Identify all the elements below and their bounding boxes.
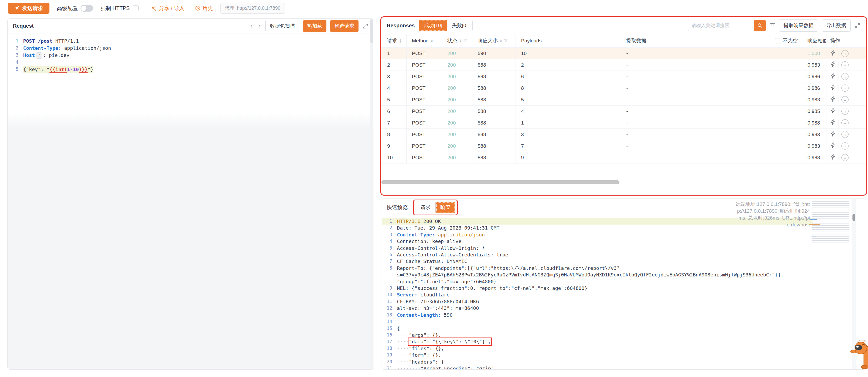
lightning-action-button[interactable] bbox=[830, 50, 836, 57]
extract-response-data-button[interactable]: 提取响应数据 bbox=[779, 20, 818, 32]
fullscreen-icon[interactable] bbox=[854, 22, 861, 29]
col-payloads[interactable]: Payloads bbox=[516, 34, 621, 48]
table-cell: POST bbox=[407, 82, 442, 94]
search-input[interactable] bbox=[688, 20, 754, 31]
table-row[interactable]: 10POST2005889-0.988→ bbox=[381, 152, 866, 164]
col-extract[interactable]: 提取数据 不为空 bbox=[621, 34, 805, 48]
lightning-action-button[interactable] bbox=[830, 154, 836, 161]
advanced-config-label: 高级配置 bbox=[57, 5, 78, 12]
table-row[interactable]: 9POST2005887-0.983→ bbox=[381, 140, 866, 152]
table-cell: 200 bbox=[442, 82, 472, 94]
table-cell: - bbox=[621, 140, 805, 152]
responses-table-body: 1POST20059010-1.000→2POST2005882-0.983→3… bbox=[381, 48, 866, 164]
search-button[interactable] bbox=[754, 20, 766, 31]
export-data-button[interactable]: 导出数据 bbox=[822, 20, 850, 32]
fullscreen-icon[interactable] bbox=[362, 23, 369, 29]
force-https-label: 强制 HTTPS bbox=[100, 5, 130, 12]
send-request-button[interactable]: 发送请求 bbox=[8, 3, 50, 14]
lightning-action-button[interactable] bbox=[830, 61, 836, 68]
table-cell: 1.000 bbox=[805, 48, 827, 59]
table-row[interactable]: 4POST2005888-0.986→ bbox=[381, 82, 866, 94]
lightning-action-button[interactable] bbox=[830, 142, 836, 149]
table-row[interactable]: 2POST2005882-0.983→ bbox=[381, 59, 866, 71]
code-line: 15{ bbox=[382, 325, 812, 332]
horizontal-scrollbar-thumb[interactable] bbox=[381, 180, 619, 184]
request-scrollbar[interactable] bbox=[370, 19, 373, 369]
filter-funnel-icon[interactable] bbox=[504, 39, 508, 42]
code-line: 19····"form": {}, bbox=[382, 352, 812, 358]
actions-cell: → bbox=[827, 106, 866, 117]
scrollbar-thumb[interactable] bbox=[852, 214, 855, 221]
sort-icon[interactable]: ▲▼ bbox=[399, 39, 402, 43]
tab-fail[interactable]: 失败[0] bbox=[447, 20, 472, 31]
col-status[interactable]: 状态▲▼ bbox=[442, 34, 472, 48]
code-text: Server: cloudflare bbox=[397, 291, 450, 298]
table-row[interactable]: 3POST2005886-0.986→ bbox=[381, 71, 866, 82]
packet-scan-button[interactable]: 数据包扫描 bbox=[266, 20, 299, 32]
sort-icon[interactable]: ▲▼ bbox=[460, 39, 462, 43]
next-chevron-icon[interactable]: › bbox=[257, 22, 262, 30]
code-line: 2Content-Type: application/json bbox=[8, 45, 373, 52]
sort-icon[interactable]: ▲▼ bbox=[431, 39, 433, 43]
lightning-action-button[interactable] bbox=[830, 96, 836, 103]
open-response-button[interactable]: → bbox=[841, 85, 848, 92]
not-empty-label: 不为空 bbox=[783, 37, 798, 44]
prev-chevron-icon[interactable]: ‹ bbox=[249, 22, 254, 30]
open-response-button[interactable]: → bbox=[841, 119, 848, 126]
open-response-button[interactable]: → bbox=[841, 108, 848, 115]
line-number: 12 bbox=[382, 305, 397, 312]
response-editor[interactable]: 1HTTP/1.1 200 OK2Date: Tue, 29 Aug 2023 … bbox=[382, 216, 866, 369]
lightning-action-button[interactable] bbox=[830, 108, 836, 115]
open-response-button[interactable]: → bbox=[841, 61, 848, 68]
open-response-button[interactable]: → bbox=[841, 142, 848, 149]
open-response-button[interactable]: → bbox=[841, 50, 848, 57]
table-row[interactable]: 1POST20059010-1.000→ bbox=[381, 48, 866, 59]
divider bbox=[145, 4, 145, 12]
table-row[interactable]: 8POST2005883-0.983→ bbox=[381, 129, 866, 140]
filter-funnel-icon[interactable] bbox=[770, 23, 775, 28]
build-request-button[interactable]: 构造请求 bbox=[330, 20, 359, 32]
col-method[interactable]: Method▲▼ bbox=[407, 34, 442, 48]
table-cell: - bbox=[621, 94, 805, 105]
lightning-icon bbox=[830, 96, 836, 102]
tab-preview-request[interactable]: 请求 bbox=[415, 202, 436, 213]
code-text: "group":"cf-nel","max_age":604800} bbox=[397, 278, 497, 285]
open-response-button[interactable]: → bbox=[841, 154, 848, 161]
table-cell: 7 bbox=[381, 117, 407, 128]
tab-success[interactable]: 成功[10] bbox=[419, 20, 447, 31]
table-cell: POST bbox=[407, 94, 442, 105]
col-seq[interactable]: 请求▲▼ bbox=[381, 34, 407, 48]
open-response-button[interactable]: → bbox=[841, 96, 848, 103]
minimap[interactable] bbox=[812, 201, 849, 280]
lightning-action-button[interactable] bbox=[830, 131, 836, 138]
col-similarity[interactable]: 响应相似 bbox=[805, 34, 827, 48]
force-https-checkbox[interactable] bbox=[133, 5, 138, 11]
table-row[interactable]: 6POST2005884-0.985→ bbox=[381, 106, 866, 117]
code-line: 17····"data": "{\"key\": \"10\"}", bbox=[382, 338, 812, 345]
tab-preview-response[interactable]: 响应 bbox=[436, 202, 455, 213]
col-actions: 操作 bbox=[827, 34, 866, 48]
lightning-action-button[interactable] bbox=[830, 85, 836, 92]
code-text: {"key": "{{int(1-10)}}"} bbox=[23, 66, 93, 73]
lightning-action-button[interactable] bbox=[830, 73, 836, 80]
lightning-action-button[interactable] bbox=[830, 119, 836, 126]
history-link[interactable]: 历史 bbox=[195, 5, 213, 12]
open-response-button[interactable]: → bbox=[841, 131, 848, 138]
not-empty-checkbox[interactable] bbox=[775, 38, 780, 44]
sort-icon[interactable]: ▲▼ bbox=[500, 39, 502, 43]
table-row[interactable]: 7POST2005881-0.988→ bbox=[381, 117, 866, 129]
table-row[interactable]: 5POST2005885-0.983→ bbox=[381, 94, 866, 106]
actions-cell: → bbox=[827, 94, 866, 105]
filter-funnel-icon[interactable] bbox=[463, 39, 467, 42]
request-editor[interactable]: 1POST /post HTTP/1.12Content-Type: appli… bbox=[8, 34, 373, 369]
history-label: 历史 bbox=[203, 5, 213, 12]
scrollbar-thumb[interactable] bbox=[370, 19, 373, 43]
share-import-link[interactable]: 分享 / 导入 bbox=[152, 5, 184, 12]
code-line: 4Connection: keep-alive bbox=[382, 238, 812, 244]
table-cell: POST bbox=[407, 152, 442, 163]
table-cell: 6 bbox=[516, 71, 621, 82]
col-size[interactable]: 响应大小▲▼ bbox=[472, 34, 516, 48]
advanced-config-toggle[interactable] bbox=[81, 5, 93, 11]
open-response-button[interactable]: → bbox=[841, 73, 848, 80]
hot-reload-button[interactable]: 热加载 bbox=[303, 20, 327, 32]
